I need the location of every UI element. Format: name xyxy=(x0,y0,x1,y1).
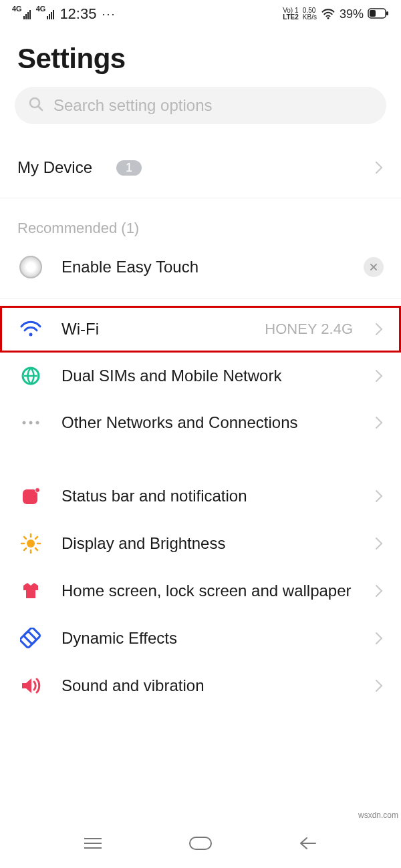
signal-1: 4G xyxy=(12,9,31,19)
row-dual-sims[interactable]: Dual SIMs and Mobile Network xyxy=(0,353,401,399)
dual-sims-label: Dual SIMs and Mobile Network xyxy=(61,366,357,386)
my-device-badge: 1 xyxy=(116,160,142,176)
svg-line-18 xyxy=(24,537,26,539)
wifi-value: HONEY 2.4G xyxy=(265,320,353,338)
divider xyxy=(0,298,401,299)
chevron-right-icon xyxy=(374,678,384,693)
signal-2-bars xyxy=(47,9,54,19)
row-home-lock-wallpaper[interactable]: Home screen, lock screen and wallpaper xyxy=(0,568,401,614)
svg-rect-11 xyxy=(23,489,37,504)
my-device-label: My Device xyxy=(17,158,92,178)
svg-rect-2 xyxy=(370,10,376,17)
svg-point-8 xyxy=(23,421,26,425)
svg-point-10 xyxy=(36,421,39,425)
sound-icon xyxy=(17,676,44,695)
status-left: 4G 4G 12:35 ··· xyxy=(12,5,116,23)
divider xyxy=(0,198,401,198)
easy-touch-icon xyxy=(19,256,42,278)
chevron-right-icon xyxy=(374,369,384,383)
row-my-device[interactable]: My Device 1 xyxy=(0,144,401,191)
dynamic-effects-icon xyxy=(17,628,44,649)
battery-icon xyxy=(368,8,389,20)
globe-sim-icon xyxy=(17,366,44,386)
row-other-networks[interactable]: Other Networks and Connections xyxy=(0,399,401,446)
home-lock-wallpaper-label: Home screen, lock screen and wallpaper xyxy=(61,581,357,601)
status-right: Vo) 1 LTE2 0.50 KB/s 39% xyxy=(283,7,389,21)
theme-icon xyxy=(17,582,44,600)
nav-recent-button[interactable] xyxy=(82,835,104,854)
wifi-label: Wi-Fi xyxy=(61,319,247,339)
row-sound-vibration[interactable]: Sound and vibration xyxy=(0,662,401,709)
page-header: Settings xyxy=(0,23,401,87)
easy-touch-label: Enable Easy Touch xyxy=(61,257,346,277)
svg-line-20 xyxy=(35,537,37,539)
volte-indicator: Vo) 1 LTE2 xyxy=(283,7,299,21)
row-status-bar-notification[interactable]: Status bar and notification xyxy=(0,473,401,519)
svg-point-6 xyxy=(29,333,33,337)
svg-point-12 xyxy=(35,488,40,493)
brightness-icon xyxy=(17,533,44,554)
search-bar[interactable] xyxy=(15,87,386,124)
wifi-status-icon xyxy=(321,8,336,20)
search-input[interactable] xyxy=(53,96,373,115)
row-wifi[interactable]: Wi-Fi HONEY 2.4G xyxy=(0,306,401,353)
more-indicator: ··· xyxy=(102,7,116,21)
watermark: wsxdn.com xyxy=(358,811,398,820)
svg-line-21 xyxy=(24,548,26,550)
chevron-right-icon xyxy=(374,415,384,430)
nav-back-button[interactable] xyxy=(297,835,319,855)
svg-point-9 xyxy=(29,421,33,425)
signal-1-bars xyxy=(23,9,31,19)
chevron-right-icon xyxy=(374,160,384,175)
sound-vibration-label: Sound and vibration xyxy=(61,676,357,696)
page-title: Settings xyxy=(17,43,384,75)
dynamic-effects-label: Dynamic Effects xyxy=(61,628,357,648)
chevron-right-icon xyxy=(374,536,384,551)
signal-2-label: 4G xyxy=(36,5,46,13)
row-recommended-easy-touch[interactable]: Enable Easy Touch xyxy=(0,242,401,292)
more-icon xyxy=(17,419,44,426)
chevron-right-icon xyxy=(374,631,384,646)
nav-home-button[interactable] xyxy=(187,835,214,855)
status-bar: 4G 4G 12:35 ··· Vo) 1 LTE2 0.50 KB/s 39% xyxy=(0,0,401,23)
svg-rect-27 xyxy=(190,837,211,849)
signal-1-label: 4G xyxy=(12,5,22,13)
chevron-right-icon xyxy=(374,489,384,503)
net-speed: 0.50 KB/s xyxy=(303,7,317,21)
svg-rect-3 xyxy=(386,11,388,15)
dismiss-button[interactable] xyxy=(364,257,384,277)
notification-icon xyxy=(17,486,44,506)
svg-line-5 xyxy=(38,106,42,110)
search-icon xyxy=(28,96,44,115)
other-networks-label: Other Networks and Connections xyxy=(61,413,357,433)
svg-point-0 xyxy=(327,17,329,19)
chevron-right-icon xyxy=(374,584,384,598)
svg-point-13 xyxy=(27,539,35,548)
display-brightness-label: Display and Brightness xyxy=(61,533,357,554)
navigation-bar xyxy=(0,821,401,868)
clock: 12:35 xyxy=(59,5,96,23)
battery-percent: 39% xyxy=(340,7,364,21)
row-display-brightness[interactable]: Display and Brightness xyxy=(0,519,401,568)
recommended-title: Recommended (1) xyxy=(0,205,401,242)
svg-line-19 xyxy=(35,548,37,550)
wifi-icon xyxy=(17,320,44,339)
status-bar-notification-label: Status bar and notification xyxy=(61,486,357,506)
signal-2: 4G xyxy=(36,9,55,19)
row-dynamic-effects[interactable]: Dynamic Effects xyxy=(0,614,401,662)
chevron-right-icon xyxy=(374,322,384,337)
